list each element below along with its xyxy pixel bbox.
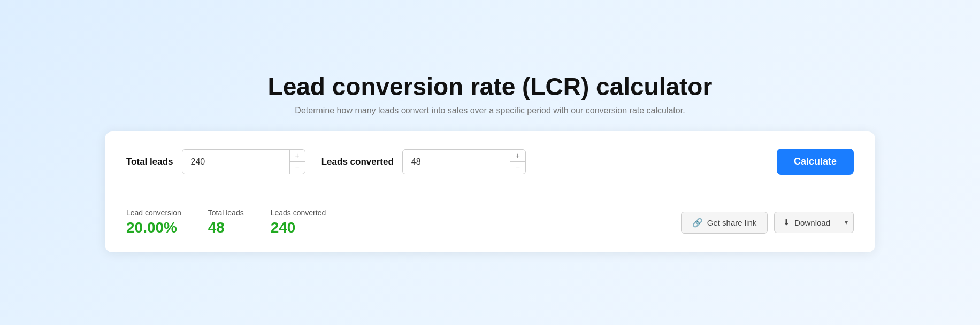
- plus-icon: +: [295, 152, 300, 159]
- download-chevron-button[interactable]: ▾: [839, 213, 853, 231]
- share-link-button[interactable]: 🔗 Get share link: [681, 212, 768, 234]
- link-icon: 🔗: [692, 218, 703, 228]
- page-header: Lead conversion rate (LCR) calculator De…: [268, 73, 713, 116]
- total-leads-input[interactable]: [182, 152, 289, 172]
- leads-converted-result-value: 240: [271, 219, 326, 236]
- download-button-group: ⬇ Download ▾: [774, 212, 854, 233]
- total-leads-field-group: Total leads + −: [126, 149, 305, 174]
- total-leads-stepper: + −: [289, 150, 305, 174]
- results-actions: 🔗 Get share link ⬇ Download ▾: [681, 212, 854, 234]
- leads-converted-label: Leads converted: [321, 157, 394, 167]
- input-section: Total leads + − Leads converted: [105, 131, 875, 192]
- minus-icon: −: [295, 164, 300, 172]
- total-leads-input-wrapper: + −: [182, 149, 305, 174]
- calculate-button[interactable]: Calculate: [777, 149, 854, 175]
- lead-conversion-result-value: 20.00%: [126, 219, 181, 236]
- leads-converted-result: Leads converted 240: [271, 208, 326, 236]
- leads-converted-stepper: + −: [510, 150, 525, 174]
- calculator-card: Total leads + − Leads converted: [105, 131, 875, 252]
- results-section: Lead conversion 20.00% Total leads 48 Le…: [105, 192, 875, 252]
- lead-conversion-result: Lead conversion 20.00%: [126, 208, 181, 236]
- share-link-label: Get share link: [707, 218, 757, 227]
- plus-icon-2: +: [516, 152, 520, 159]
- page-title: Lead conversion rate (LCR) calculator: [268, 73, 713, 101]
- total-leads-label: Total leads: [126, 157, 173, 167]
- download-label: Download: [794, 218, 830, 227]
- leads-converted-result-label: Leads converted: [271, 208, 326, 217]
- lead-conversion-result-label: Lead conversion: [126, 208, 181, 217]
- leads-converted-input[interactable]: [403, 152, 510, 172]
- page-subtitle: Determine how many leads convert into sa…: [268, 106, 713, 115]
- total-leads-result-label: Total leads: [208, 208, 244, 217]
- leads-converted-increment-button[interactable]: +: [510, 150, 525, 162]
- minus-icon-2: −: [516, 164, 520, 172]
- leads-converted-decrement-button[interactable]: −: [510, 162, 525, 174]
- download-icon: ⬇: [783, 218, 790, 227]
- leads-converted-field-group: Leads converted + −: [321, 149, 526, 174]
- total-leads-increment-button[interactable]: +: [290, 150, 305, 162]
- chevron-down-icon: ▾: [845, 219, 848, 226]
- total-leads-result: Total leads 48: [208, 208, 244, 236]
- download-main-button[interactable]: ⬇ Download: [775, 212, 839, 233]
- total-leads-result-value: 48: [208, 219, 244, 236]
- total-leads-decrement-button[interactable]: −: [290, 162, 305, 174]
- leads-converted-input-wrapper: + −: [402, 149, 526, 174]
